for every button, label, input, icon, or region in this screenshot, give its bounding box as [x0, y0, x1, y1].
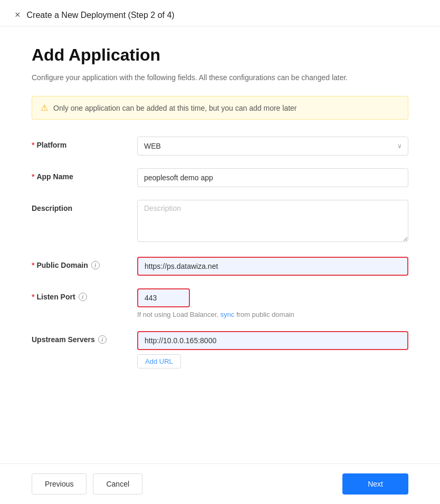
platform-required-star: * [32, 141, 34, 149]
cancel-button[interactable]: Cancel [93, 473, 142, 495]
upstream-servers-info-icon: i [98, 335, 107, 344]
upstream-servers-field: Add URL [137, 331, 408, 369]
description-row: Description [32, 200, 408, 244]
description-label: Description [32, 200, 137, 212]
info-banner: ⚠ Only one application can be added at t… [32, 96, 408, 120]
listen-port-input[interactable] [137, 288, 190, 307]
public-domain-info-icon: i [91, 261, 100, 269]
dialog-header: × Create a New Deployment (Step 2 of 4) [0, 0, 440, 26]
app-name-label: * App Name [32, 168, 137, 181]
previous-button[interactable]: Previous [32, 473, 87, 495]
app-name-required-star: * [32, 172, 34, 181]
app-name-row: * App Name [32, 168, 408, 187]
close-icon[interactable]: × [15, 9, 21, 21]
listen-port-label: * Listen Port i [32, 288, 137, 301]
sync-link[interactable]: sync [221, 311, 235, 318]
platform-label: * Platform [32, 137, 137, 149]
description-input[interactable] [137, 200, 408, 242]
platform-row: * Platform WEB MOBILE DESKTOP [32, 137, 408, 156]
app-name-field [137, 168, 408, 187]
dialog-title: Create a New Deployment (Step 2 of 4) [27, 11, 175, 20]
warning-icon: ⚠ [41, 103, 48, 113]
public-domain-label: * Public Domain i [32, 257, 137, 269]
page-heading: Add Application [32, 45, 408, 65]
listen-port-field: If not using Load Balancer, sync from pu… [137, 288, 408, 318]
public-domain-required-star: * [32, 261, 34, 269]
platform-field: WEB MOBILE DESKTOP [137, 137, 408, 156]
platform-select[interactable]: WEB MOBILE DESKTOP [137, 137, 408, 156]
main-content: Add Application Configure your applicati… [0, 26, 440, 434]
listen-port-hint: If not using Load Balancer, sync from pu… [137, 311, 408, 318]
next-button[interactable]: Next [342, 473, 408, 495]
app-name-input[interactable] [137, 168, 408, 187]
listen-port-row: * Listen Port i If not using Load Balanc… [32, 288, 408, 318]
footer: Previous Cancel Next [0, 463, 440, 504]
public-domain-row: * Public Domain i [32, 257, 408, 276]
upstream-servers-label: Upstream Servers i [32, 331, 137, 344]
upstream-servers-input[interactable] [137, 331, 408, 350]
description-field [137, 200, 408, 244]
upstream-servers-row: Upstream Servers i Add URL [32, 331, 408, 369]
public-domain-field [137, 257, 408, 276]
banner-text: Only one application can be added at thi… [53, 104, 297, 112]
page-description: Configure your application with the foll… [32, 72, 408, 83]
public-domain-input[interactable] [137, 257, 408, 276]
listen-port-required-star: * [32, 293, 34, 301]
add-url-button[interactable]: Add URL [137, 354, 181, 369]
listen-port-info-icon: i [79, 293, 87, 301]
